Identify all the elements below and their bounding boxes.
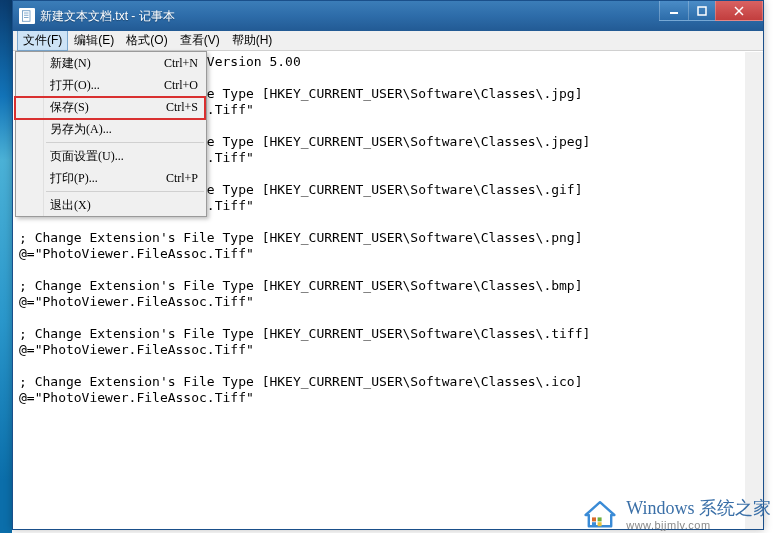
menu-item-shortcut: Ctrl+S	[166, 100, 198, 115]
close-button[interactable]	[715, 1, 763, 21]
menu-help[interactable]: 帮助(H)	[226, 30, 279, 51]
window-controls	[660, 1, 763, 21]
menu-item-label: 打印(P)...	[50, 170, 98, 187]
title-bar[interactable]: 新建文本文档.txt - 记事本	[13, 1, 763, 31]
menu-item-save[interactable]: 保存(S) Ctrl+S	[16, 96, 206, 118]
menu-edit[interactable]: 编辑(E)	[68, 30, 120, 51]
desktop-wallpaper-sliver	[0, 0, 12, 533]
menu-format[interactable]: 格式(O)	[120, 30, 173, 51]
menu-item-label: 新建(N)	[50, 55, 91, 72]
svg-rect-11	[592, 522, 596, 526]
menu-item-shortcut: Ctrl+P	[166, 171, 198, 186]
menu-item-save-as[interactable]: 另存为(A)...	[16, 118, 206, 140]
svg-rect-9	[592, 517, 596, 521]
maximize-button[interactable]	[688, 1, 716, 21]
watermark: Windows 系统之家 www.bjjmlv.com	[580, 499, 771, 531]
window-title: 新建文本文档.txt - 记事本	[40, 8, 175, 25]
menu-bar: 文件(F) 编辑(E) 格式(O) 查看(V) 帮助(H)	[13, 31, 763, 51]
watermark-url: www.bjjmlv.com	[626, 519, 771, 531]
watermark-brand-en: Windows	[626, 498, 694, 518]
menu-view[interactable]: 查看(V)	[174, 30, 226, 51]
menu-item-label: 保存(S)	[50, 99, 89, 116]
menu-item-shortcut: Ctrl+O	[164, 78, 198, 93]
watermark-brand-cn: 系统之家	[699, 498, 771, 518]
svg-rect-0	[23, 11, 31, 22]
menu-item-label: 打开(O)...	[50, 77, 100, 94]
menu-item-label: 退出(X)	[50, 197, 91, 214]
menu-item-open[interactable]: 打开(O)... Ctrl+O	[16, 74, 206, 96]
menu-file[interactable]: 文件(F)	[17, 30, 68, 51]
menu-item-print[interactable]: 打印(P)... Ctrl+P	[16, 167, 206, 189]
menu-item-page-setup[interactable]: 页面设置(U)...	[16, 145, 206, 167]
minimize-button[interactable]	[659, 1, 689, 21]
menu-item-label: 另存为(A)...	[50, 121, 112, 138]
svg-rect-5	[698, 7, 706, 15]
notepad-window: 新建文本文档.txt - 记事本 文件(F) 编辑(E) 格式(O) 查看(V)…	[12, 0, 764, 530]
file-dropdown-menu: 新建(N) Ctrl+N 打开(O)... Ctrl+O 保存(S) Ctrl+…	[15, 51, 207, 217]
menu-item-label: 页面设置(U)...	[50, 148, 124, 165]
menu-item-new[interactable]: 新建(N) Ctrl+N	[16, 52, 206, 74]
svg-rect-10	[598, 517, 602, 521]
vertical-scrollbar[interactable]	[745, 52, 763, 529]
menu-item-exit[interactable]: 退出(X)	[16, 194, 206, 216]
notepad-app-icon	[19, 8, 35, 24]
menu-item-shortcut: Ctrl+N	[164, 56, 198, 71]
house-icon	[580, 499, 620, 531]
menu-separator	[46, 142, 204, 143]
svg-rect-12	[598, 522, 602, 526]
watermark-text: Windows 系统之家 www.bjjmlv.com	[626, 499, 771, 531]
menu-separator	[46, 191, 204, 192]
